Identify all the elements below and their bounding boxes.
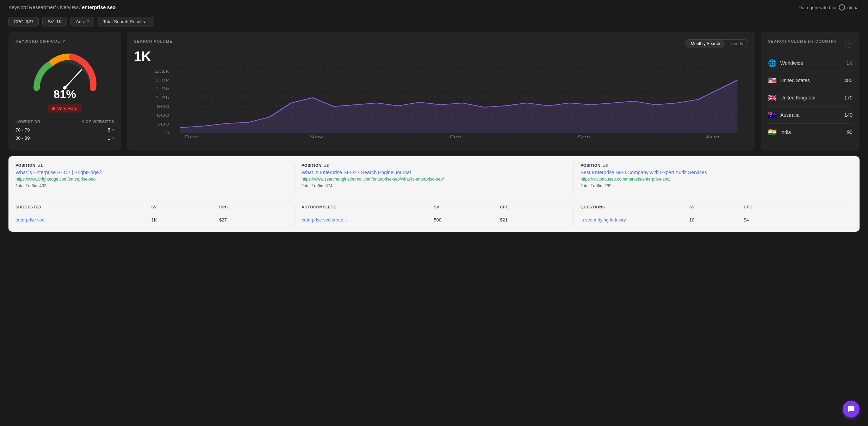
country-name: Worldwide	[780, 60, 803, 66]
position-card-3: POSITION: #3 Best Enterprise SEO Company…	[574, 163, 852, 194]
sv-title-group: SEARCH VOLUME 1K	[134, 39, 173, 64]
country-name: Australia	[780, 112, 799, 118]
country-row: 🇬🇧 United Kingdom 170	[768, 89, 852, 107]
difficulty-label: Very Hard	[57, 106, 78, 111]
questions-col-cpc: CPC	[744, 205, 798, 209]
metric-badge: Total Search Results: -	[98, 17, 154, 26]
autocomplete-sv: 500	[434, 217, 500, 223]
chat-button[interactable]	[843, 401, 860, 418]
metrics-bar: CPC: $27SV: 1KAds: 2Total Search Results…	[0, 15, 868, 32]
chart-svg: .grid-line { stroke: #444; stroke-width:…	[134, 68, 748, 138]
position-url[interactable]: https://www.brightedge.com/enterprise-se…	[16, 177, 287, 182]
suggested-row: enterprise seo 1K $27	[16, 215, 287, 225]
top-panels: KEYWORD DIFFICULTY 81% Very Hard	[0, 32, 868, 151]
position-card-2: POSITION: #2 What Is Enterprise SEO? - S…	[294, 163, 574, 194]
difficulty-badge: Very Hard	[48, 104, 82, 112]
svg-line-0	[65, 69, 82, 88]
breadcrumb-keyword: enterprise seo	[82, 5, 116, 10]
country-row: 🇮🇳 India 90	[768, 124, 852, 141]
toggle-monthly[interactable]: Monthly Search	[686, 39, 725, 48]
svg-text:Sep: Sep	[577, 135, 591, 138]
data-generated-label: Data generated for	[799, 5, 837, 10]
country-name: United States	[780, 78, 810, 83]
country-flag: 🇺🇸	[768, 76, 777, 85]
autocomplete-col-sv: SV	[434, 205, 500, 209]
autocomplete-col-cpc: CPC	[500, 205, 566, 209]
autocomplete-row: enterprise seo strate... 500 $21	[302, 215, 566, 225]
position-label: POSITION: #2	[302, 163, 566, 168]
bottom-section: POSITION: #1 What is Enterprise SEO? | B…	[8, 156, 860, 232]
position-traffic: Total Traffic: 299	[581, 183, 612, 188]
svg-text:0: 0	[165, 131, 170, 135]
chat-icon	[847, 405, 855, 413]
suggested-header: SUGGESTED SV CPC	[16, 205, 287, 212]
country-info: 🇬🇧 United Kingdom	[768, 93, 816, 102]
keyword-difficulty-panel: KEYWORD DIFFICULTY 81% Very Hard	[8, 32, 121, 151]
gauge-container: 81% Very Hard	[16, 49, 114, 112]
suggested-col-main: SUGGESTED	[16, 205, 151, 209]
country-row: 🇺🇸 United States 480	[768, 72, 852, 89]
dr-count-value: 1	[108, 135, 110, 141]
lowest-dr-label: LOWEST DR	[16, 120, 41, 124]
dr-count-value: 5	[108, 127, 110, 133]
svg-text:Nov: Nov	[309, 135, 323, 138]
question-icon[interactable]: ?	[845, 41, 852, 48]
country-flag: 🇬🇧	[768, 93, 777, 102]
data-generated: Data generated for global	[799, 4, 860, 11]
suggested-cpc: $27	[219, 217, 287, 223]
position-traffic: Total Traffic: 433	[16, 183, 46, 188]
breadcrumb: Keyword Researcher/ Overview / enterpris…	[8, 5, 116, 10]
position-url[interactable]: https://www.searchenginejournal.com/ente…	[302, 177, 566, 182]
globe-icon	[839, 4, 845, 11]
country-info: 🌐 Worldwide	[768, 59, 803, 67]
autocomplete-cpc: $21	[500, 217, 566, 223]
dropdown-arrow[interactable]: ▾	[112, 136, 114, 140]
position-title[interactable]: Best Enterprise SEO Company with Expert …	[581, 170, 852, 175]
toggle-group[interactable]: Monthly Search Trends	[686, 39, 748, 48]
dr-row: 70 - 79 5 ▾	[16, 127, 114, 133]
position-cards: POSITION: #1 What is Enterprise SEO? | B…	[16, 163, 852, 194]
dr-range: 80 - 89	[16, 135, 30, 141]
svg-text:300: 300	[156, 122, 169, 127]
questions-col-extra	[798, 205, 852, 209]
questions-table: QUESTIONS SV CPC is seo a dying industry…	[574, 205, 852, 225]
suggested-col-sv: SV	[151, 205, 219, 209]
position-label: POSITION: #1	[16, 163, 287, 168]
country-row: 🌐 Worldwide 1K	[768, 55, 852, 72]
country-panel-header: SEARCH VOLUME BY COUNTRY ?	[768, 39, 852, 49]
position-title[interactable]: What is Enterprise SEO? | BrightEdge®	[16, 170, 287, 175]
dr-count: 5 ▾	[108, 127, 114, 133]
country-info: 🇺🇸 United States	[768, 76, 810, 85]
country-flag: 🌐	[768, 59, 777, 67]
position-url[interactable]: https://victoriouseo.com/markets/enterpr…	[581, 177, 852, 182]
suggested-table: SUGGESTED SV CPC enterprise seo 1K $27	[16, 205, 294, 225]
autocomplete-keyword[interactable]: enterprise seo strate...	[302, 217, 434, 223]
top-bar: Keyword Researcher/ Overview / enterpris…	[0, 0, 868, 15]
questions-row: is seo a dying industry 10 $4	[581, 215, 852, 225]
position-label: POSITION: #3	[581, 163, 852, 168]
country-count: 90	[847, 129, 852, 135]
position-title[interactable]: What Is Enterprise SEO? - Search Engine …	[302, 170, 566, 175]
svg-text:2.1k: 2.1k	[155, 69, 169, 74]
metric-badge: SV: 1K	[42, 17, 67, 26]
dropdown-arrow[interactable]: ▾	[112, 128, 114, 132]
difficulty-dot	[52, 107, 55, 110]
country-name: United Kingdom	[780, 95, 816, 101]
questions-col-main: QUESTIONS	[581, 205, 689, 209]
dr-table-header: LOWEST DR # OF WEBSITES	[16, 120, 114, 124]
suggested-keyword[interactable]: enterprise seo	[16, 217, 151, 223]
svg-text:Oct: Oct	[449, 135, 461, 138]
country-count: 140	[844, 112, 852, 118]
svg-text:Dec: Dec	[184, 135, 198, 138]
question-cpc: $4	[744, 217, 798, 223]
question-keyword[interactable]: is seo a dying industry	[581, 217, 689, 223]
breadcrumb-prefix: Keyword Researcher/ Overview /	[8, 5, 81, 10]
gauge-svg	[30, 49, 100, 91]
autocomplete-col-main: AUTOCOMPLETE	[302, 205, 434, 209]
questions-col-sv: SV	[689, 205, 744, 209]
position-card-1: POSITION: #1 What is Enterprise SEO? | B…	[16, 163, 294, 194]
country-flag: 🇦🇺	[768, 111, 777, 119]
toggle-trends[interactable]: Trends	[725, 39, 748, 48]
metric-badge: CPC: $27	[8, 17, 39, 26]
search-volume-panel: SEARCH VOLUME 1K Monthly Search Trends .…	[127, 32, 755, 151]
